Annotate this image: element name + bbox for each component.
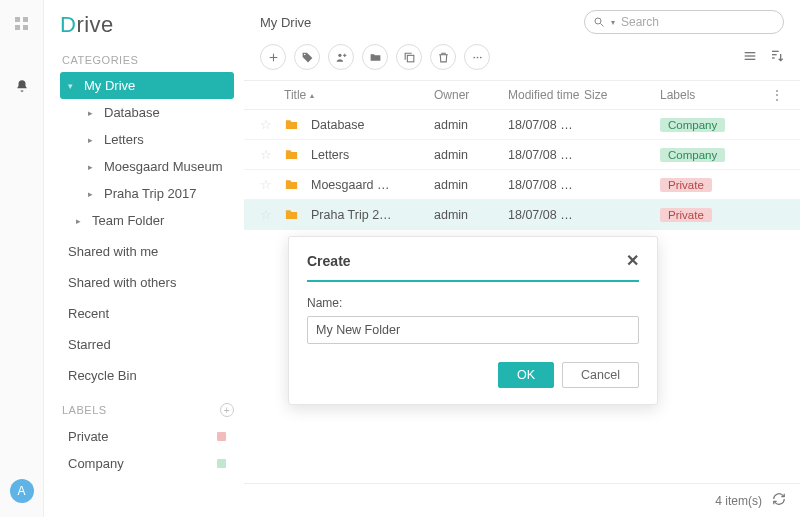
owner-cell: admin — [434, 118, 508, 132]
add-label-button[interactable]: + — [220, 403, 234, 417]
svg-line-5 — [601, 24, 604, 27]
sidebar-item-label: Praha Trip 2017 — [104, 186, 197, 201]
folder-icon — [284, 147, 299, 162]
sort-icon[interactable] — [768, 48, 784, 67]
sidebar-item-team-folder[interactable]: ▸Team Folder — [60, 207, 234, 234]
apps-icon[interactable] — [14, 16, 30, 35]
app-rail: A — [0, 0, 44, 517]
svg-point-4 — [595, 18, 601, 24]
sidebar-recent[interactable]: Recent — [60, 300, 234, 327]
delete-button[interactable] — [430, 44, 456, 70]
status-bar: 4 item(s) — [244, 483, 800, 517]
label-pill: Company — [660, 148, 725, 162]
mtime-cell: 18/07/08 … — [508, 208, 584, 222]
label-company[interactable]: Company — [60, 450, 234, 477]
owner-cell: admin — [434, 178, 508, 192]
search-placeholder: Search — [621, 15, 659, 29]
item-count: 4 item(s) — [715, 494, 762, 508]
avatar[interactable]: A — [10, 479, 34, 503]
sidebar-item-praha[interactable]: ▸Praha Trip 2017 — [60, 180, 234, 207]
svg-rect-11 — [407, 55, 414, 62]
chevron-down-icon: ▾ — [611, 18, 615, 27]
sidebar-item-my-drive[interactable]: ▾My Drive — [60, 72, 234, 99]
table-row[interactable]: ☆Moesgaard …admin18/07/08 …Private — [244, 170, 800, 200]
svg-rect-0 — [15, 17, 20, 22]
svg-point-14 — [479, 56, 481, 58]
more-button[interactable] — [464, 44, 490, 70]
file-name: Database — [311, 118, 365, 132]
file-name: Praha Trip 2… — [311, 208, 392, 222]
search-icon — [593, 16, 605, 28]
label-pill: Company — [660, 118, 725, 132]
svg-point-12 — [473, 56, 475, 58]
table-row[interactable]: ☆Databaseadmin18/07/08 …Company — [244, 110, 800, 140]
toolbar — [244, 40, 800, 80]
notifications-icon[interactable] — [15, 79, 29, 96]
label-pill: Private — [660, 208, 712, 222]
star-icon[interactable]: ☆ — [260, 148, 272, 162]
sidebar-shared-with-others[interactable]: Shared with others — [60, 269, 234, 296]
label-name: Private — [68, 429, 108, 444]
app-logo: Drive — [60, 12, 234, 38]
sidebar: Drive CATEGORIES ▾My Drive ▸Database ▸Le… — [44, 0, 244, 517]
sidebar-item-label: Letters — [104, 132, 144, 147]
sidebar-item-moesgaard[interactable]: ▸Moesgaard Museum — [60, 153, 234, 180]
name-input[interactable] — [307, 316, 639, 344]
sidebar-item-label: Team Folder — [92, 213, 164, 228]
labels-header: LABELS + — [62, 403, 234, 417]
label-pill: Private — [660, 178, 712, 192]
copy-button[interactable] — [396, 44, 422, 70]
table-row[interactable]: ☆Lettersadmin18/07/08 …Company — [244, 140, 800, 170]
label-color-chip — [217, 459, 226, 468]
cancel-button[interactable]: Cancel — [562, 362, 639, 388]
owner-cell: admin — [434, 148, 508, 162]
ok-button[interactable]: OK — [498, 362, 554, 388]
svg-rect-1 — [23, 17, 28, 22]
col-title[interactable]: Title ▴ — [284, 88, 434, 102]
label-name: Company — [68, 456, 124, 471]
categories-header: CATEGORIES — [62, 54, 234, 66]
col-mtime[interactable]: Modified time — [508, 88, 584, 102]
file-name: Moesgaard … — [311, 178, 390, 192]
table-header: Title ▴ Owner Modified time Size Labels … — [244, 80, 800, 110]
sidebar-item-database[interactable]: ▸Database — [60, 99, 234, 126]
move-button[interactable] — [362, 44, 388, 70]
sidebar-starred[interactable]: Starred — [60, 331, 234, 358]
star-icon[interactable]: ☆ — [260, 118, 272, 132]
dialog-title: Create — [307, 253, 351, 269]
svg-rect-3 — [23, 25, 28, 30]
sidebar-shared-with-me[interactable]: Shared with me — [60, 238, 234, 265]
folder-icon — [284, 117, 299, 132]
mtime-cell: 18/07/08 … — [508, 178, 584, 192]
table-row[interactable]: ☆Praha Trip 2…admin18/07/08 …Private — [244, 200, 800, 230]
sidebar-item-letters[interactable]: ▸Letters — [60, 126, 234, 153]
svg-point-8 — [338, 53, 341, 56]
label-private[interactable]: Private — [60, 423, 234, 450]
list-view-icon[interactable] — [742, 48, 758, 67]
sidebar-recycle-bin[interactable]: Recycle Bin — [60, 362, 234, 389]
svg-point-13 — [476, 56, 478, 58]
tag-button[interactable] — [294, 44, 320, 70]
star-icon[interactable]: ☆ — [260, 208, 272, 222]
col-labels[interactable]: Labels — [660, 88, 770, 102]
mtime-cell: 18/07/08 … — [508, 148, 584, 162]
file-name: Letters — [311, 148, 349, 162]
search-input[interactable]: ▾ Search — [584, 10, 784, 34]
folder-icon — [284, 177, 299, 192]
svg-rect-2 — [15, 25, 20, 30]
star-icon[interactable]: ☆ — [260, 178, 272, 192]
share-button[interactable] — [328, 44, 354, 70]
page-title: My Drive — [260, 15, 574, 30]
col-size[interactable]: Size — [584, 88, 660, 102]
col-menu-icon[interactable]: ⋮ — [770, 88, 784, 102]
folder-icon — [284, 207, 299, 222]
name-label: Name: — [307, 296, 639, 310]
owner-cell: admin — [434, 208, 508, 222]
sidebar-item-label: My Drive — [84, 78, 135, 93]
add-button[interactable] — [260, 44, 286, 70]
create-dialog: Create ✕ Name: OK Cancel — [288, 236, 658, 405]
col-owner[interactable]: Owner — [434, 88, 508, 102]
close-icon[interactable]: ✕ — [626, 251, 639, 270]
sort-asc-icon: ▴ — [310, 91, 314, 100]
refresh-icon[interactable] — [772, 492, 786, 509]
